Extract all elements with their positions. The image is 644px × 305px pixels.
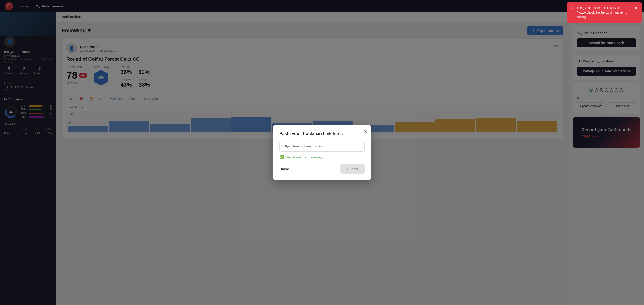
trackman-link-input[interactable] — [280, 141, 364, 152]
success-check-icon: ✅ — [280, 155, 284, 160]
modal-submit-button[interactable]: Submit — [340, 164, 364, 174]
trackman-modal: Paste your Trackman Link here. ✕ ✅ Repor… — [273, 125, 371, 180]
success-message: Report sent for processing — [286, 156, 322, 159]
toast-message: The given trackman link is invalid. Plea… — [576, 6, 629, 20]
error-toast: ⚠ The given trackman link is invalid. Pl… — [567, 2, 642, 23]
modal-overlay: Paste your Trackman Link here. ✕ ✅ Repor… — [0, 0, 644, 305]
modal-close-x-button[interactable]: ✕ — [363, 128, 368, 134]
success-message-row: ✅ Report sent for processing — [280, 155, 364, 160]
modal-actions: Close Submit — [280, 164, 364, 174]
modal-title: Paste your Trackman Link here. — [280, 131, 364, 136]
toast-icon: ⚠ — [571, 6, 574, 10]
modal-close-button[interactable]: Close — [280, 167, 289, 171]
toast-close-button[interactable]: ✕ — [634, 6, 638, 11]
